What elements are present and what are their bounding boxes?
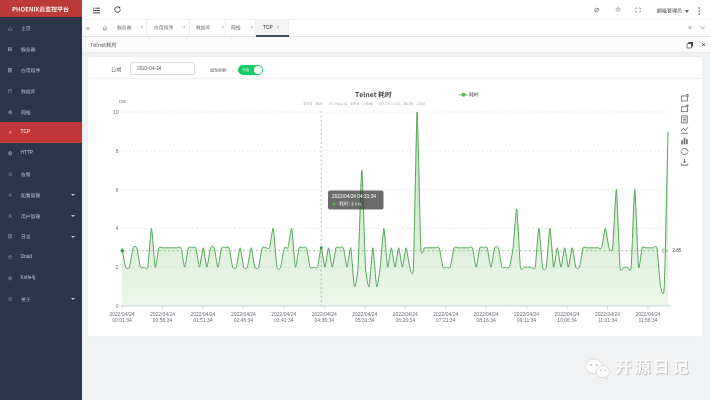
svg-text:05:31:34: 05:31:34: [355, 317, 375, 323]
svg-text:00:01:34: 00:01:34: [112, 317, 132, 323]
svg-text:00:56:34: 00:56:34: [153, 317, 173, 323]
svg-text:08:16:34: 08:16:34: [476, 317, 496, 323]
svg-text:4: 4: [116, 225, 119, 231]
svg-text:10: 10: [113, 109, 119, 115]
svg-text:ms: ms: [119, 98, 126, 104]
svg-text:2022/04/24 04:31:34: 2022/04/24 04:31:34: [332, 194, 376, 199]
svg-text:11:56:34: 11:56:34: [638, 317, 657, 323]
svg-text:10:06:34: 10:06:34: [557, 317, 577, 323]
svg-text:07:21:34: 07:21:34: [436, 317, 456, 323]
svg-text:02:46:34: 02:46:34: [234, 317, 254, 323]
svg-text:6: 6: [116, 187, 119, 193]
svg-text:01:51:34: 01:51:34: [193, 317, 213, 323]
svg-text:2.85: 2.85: [673, 248, 682, 253]
svg-text:09:11:34: 09:11:34: [517, 317, 536, 323]
svg-text:06:26:34: 06:26:34: [395, 317, 415, 323]
svg-text:11:01:34: 11:01:34: [598, 317, 617, 323]
svg-text:0: 0: [116, 303, 119, 309]
svg-text:03:41:34: 03:41:34: [274, 317, 294, 323]
svg-text:2: 2: [116, 264, 119, 270]
svg-text:04:36:34: 04:36:34: [315, 317, 335, 323]
svg-text:8: 8: [116, 148, 119, 154]
